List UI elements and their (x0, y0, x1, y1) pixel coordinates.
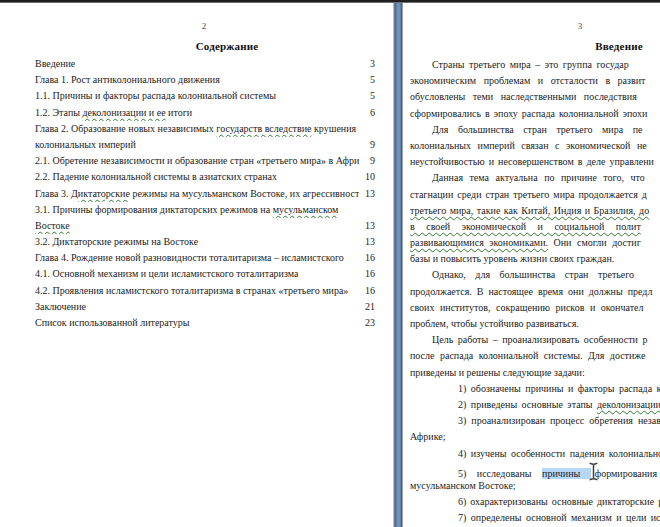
text-line: продолжается. В настоящее время они долж… (410, 284, 660, 300)
text-run: экономическим проблемам и отсталости в р… (410, 75, 645, 86)
toc-row: 4.1. Основной механизм и цели исламистск… (35, 266, 375, 282)
toc-row: колониальных империй9 (35, 137, 375, 153)
toc-page-number: 16 (365, 250, 375, 266)
document-page-3[interactable]: 3 Введение Страны третьего мира – это гр… (403, 0, 660, 527)
toc-entry-label: 4.1. Основной механизм и цели исламистск… (35, 266, 298, 282)
toc-entry-label: 1.1. Причины и факторы распада колониаль… (35, 88, 276, 104)
window-top-edge (0, 0, 660, 3)
toc-page-number: 10 (365, 169, 375, 185)
text-line: 6) охарактеризованы основные диктаторски… (410, 494, 660, 510)
text-line: приведены и решены следующие задачи: (410, 365, 660, 381)
text-line: неустойчивостью и несовершенством в деле… (410, 154, 660, 170)
text-run: 1) обозначены причины и факторы распада … (458, 383, 660, 394)
spellcheck-flagged-text: в своей экономической и социальной полит (410, 221, 641, 232)
text-run: после распада колониальной системы. Для … (410, 350, 646, 361)
text-run: 2.2. Падение колониальной системы в азиа… (35, 171, 277, 182)
spellcheck-flagged-text: государств вследствие (216, 123, 311, 134)
text-run: неустойчивостью и несовершенством в деле… (410, 156, 654, 167)
text-run: проблем, чтобы устойчиво развиваться. (410, 318, 579, 329)
toc-page-number: 16 (365, 266, 375, 282)
text-run: Однако, для большинства стран третьего (432, 269, 634, 280)
text-line: обусловлены теми наследственными последс… (410, 89, 660, 105)
text-run: 3) проанализирован процесс обретения нез… (458, 415, 660, 426)
text-run: сформировались в эпоху распада колониаль… (410, 108, 647, 119)
toc-page-number: 9 (370, 137, 375, 153)
text-run: Глава 2. Образование новых независимых (35, 123, 216, 134)
text-run: обусловлены теми наследственными последс… (410, 91, 637, 102)
page-number-header: 2 (202, 21, 207, 31)
spellcheck-flagged-text: деколонизации и е (597, 399, 660, 410)
toc-row: 2.1. Обретение независимости и образован… (35, 153, 375, 169)
text-line: базы и повысить уровень жизни своих граж… (410, 251, 660, 267)
toc-entry-label: Заключение (35, 299, 86, 315)
text-run: 6) охарактеризованы основные диктаторски… (458, 496, 660, 507)
text-run: 4.2. Проявления исламистского тоталитари… (35, 285, 348, 296)
text-line: Цель работы – проанализировать особеннос… (410, 332, 660, 348)
text-line: Однако, для большинства стран третьего (410, 267, 660, 283)
toc-page-number: 13 (365, 186, 375, 202)
toc-page-number: 13 (365, 218, 375, 234)
text-run: Введение (35, 58, 75, 69)
toc-page-number: 3 (370, 56, 375, 72)
toc-entry-label: Список использованной литературы (35, 315, 190, 331)
toc-entry-label: Введение (35, 56, 75, 72)
text-run: мусульманском Востоке; (410, 480, 516, 491)
text-run: стагнации среди стран третьего мира прод… (410, 189, 647, 200)
text-line: Данная тема актуальна по причине того, ч… (410, 170, 660, 186)
toc-row: 3.1. Причины формирования диктаторских р… (35, 202, 375, 218)
spellcheck-flagged-text: мусульманском (273, 204, 339, 215)
text-run: Цель работы – проанализировать особеннос… (432, 334, 647, 345)
text-line: своих институтов, сокращению рисков и ок… (410, 300, 660, 316)
text-line: 5) исследованы причины формирования (410, 462, 660, 478)
document-page-2[interactable]: 2 Содержание Введение3Глава 1. Рост анти… (0, 0, 393, 527)
document-canvas: 2 Содержание Введение3Глава 1. Рост анти… (0, 0, 660, 527)
toc-entry-label: 3.2. Диктаторские режимы на Востоке (35, 234, 198, 250)
text-run: 7) определены основной механизм и цели и… (458, 512, 660, 523)
toc-entry-label: 2.2. Падение колониальной системы в азиа… (35, 169, 277, 185)
toc-row: Введение3 (35, 56, 375, 72)
text-run: итоги (166, 107, 193, 118)
text-line: экономическим проблемам и отсталости в р… (410, 73, 660, 89)
toc-page-number: 13 (365, 234, 375, 250)
toc-entry-label: Глава 2. Образование новых независимых г… (35, 121, 356, 137)
text-line: в своей экономической и социальной полит (410, 219, 660, 235)
text-line: 1) обозначены причины и факторы распада … (410, 381, 660, 397)
spellcheck-flagged-text: Востоке (35, 220, 70, 231)
text-line: 2) приведены основные этапы деколонизаци… (410, 397, 660, 413)
text-line: 7) определены основной механизм и цели и… (410, 510, 660, 526)
toc-row: Глава 2. Образование новых независимых г… (35, 121, 375, 137)
toc-page-number: 5 (370, 88, 375, 104)
toc-entry-label: 2.1. Обретение независимости и образован… (35, 153, 359, 169)
toc-entry-label: Глава 3. Диктаторские режимы на мусульма… (35, 186, 359, 202)
text-line: Африке; (410, 429, 660, 445)
text-run: Страны третьего мира – это группа госуда… (432, 59, 629, 70)
text-run: Заключение (35, 301, 86, 312)
text-run: Глава 1. Рост антиколониального движения (35, 74, 220, 85)
toc-page-number: 6 (370, 105, 375, 121)
toc-page-number: 9 (370, 153, 375, 169)
text-run: Африке; (410, 431, 446, 442)
toc-entry-label: Глава 1. Рост антиколониального движения (35, 72, 220, 88)
text-run: 4) изучены особенности падения колониаль… (458, 448, 660, 459)
text-run: колониальных империй связан с экономичес… (410, 140, 647, 151)
text-run: 3.2. Диктаторские режимы на Востоке (35, 236, 198, 247)
introduction-body: Страны третьего мира – это группа госуда… (410, 57, 660, 526)
text-line: колониальных империй связан с экономичес… (410, 138, 660, 154)
text-line: Для большинства стран третьего мира пе (410, 122, 660, 138)
toc-title: Содержание (196, 40, 259, 52)
toc-entry-label: Востоке (35, 218, 70, 234)
text-line: Страны третьего мира – это группа госуда… (410, 57, 660, 73)
text-run: Для большинства стран третьего мира пе (432, 124, 642, 135)
text-run: режимы на мусульманском Востоке, их агре… (130, 188, 359, 199)
text-line: стагнации среди стран третьего мира прод… (410, 187, 660, 203)
selected-text: причины (542, 468, 591, 479)
text-run: 3.1. Причины формирования диктаторских р… (35, 204, 273, 215)
spellcheck-flagged-text: развивающимися экономиками. (410, 237, 548, 248)
toc-row: 3.2. Диктаторские режимы на Востоке13 (35, 234, 375, 250)
table-of-contents: Введение3Глава 1. Рост антиколониального… (35, 56, 375, 331)
text-line: третьего мира, такие как Китай, Индия и … (410, 203, 660, 219)
text-run: своих институтов, сокращению рисков и ок… (410, 302, 643, 313)
text-run: Данная тема актуальна по причине того, ч… (432, 172, 645, 183)
text-line: сформировались в эпоху распада колониаль… (410, 106, 660, 122)
toc-row: Глава 3. Диктаторские режимы на мусульма… (35, 186, 375, 202)
